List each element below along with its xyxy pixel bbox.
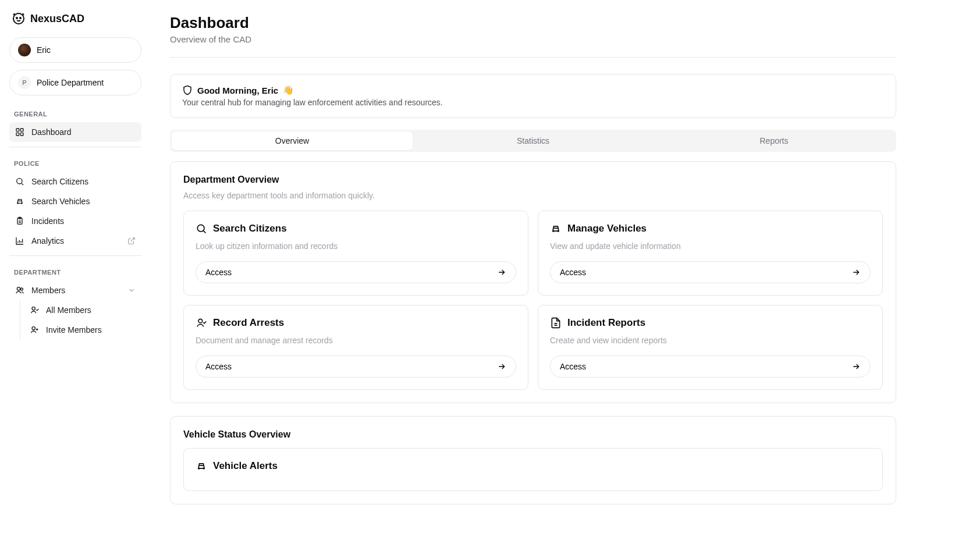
svg-point-14 <box>32 307 35 310</box>
user-check-icon <box>30 305 39 315</box>
department-pill[interactable]: P Police Department <box>9 70 141 95</box>
search-icon <box>15 177 24 186</box>
user-check-icon <box>196 317 207 329</box>
svg-rect-6 <box>20 133 23 136</box>
tabs: Overview Statistics Reports <box>170 130 896 152</box>
sidebar: NexusCAD Eric P Police Department GENERA… <box>0 0 151 537</box>
user-avatar <box>18 44 31 56</box>
search-icon <box>196 223 207 234</box>
nav-all-members[interactable]: All Members <box>22 300 141 320</box>
car-icon <box>196 460 207 472</box>
nav-dashboard[interactable]: Dashboard <box>9 122 141 142</box>
card-vehicle-alerts: Vehicle Alerts <box>183 448 883 491</box>
svg-rect-4 <box>20 129 23 131</box>
svg-point-0 <box>13 13 24 24</box>
shield-icon <box>182 85 193 95</box>
nav-invite-members-label: Invite Members <box>46 325 102 335</box>
access-manage-vehicles-button[interactable]: Access <box>550 261 871 283</box>
users-icon <box>15 286 24 295</box>
svg-rect-5 <box>16 133 19 136</box>
card-search-citizens: Search Citizens Look up citizen informat… <box>183 211 528 296</box>
card-incident-reports-desc: Create and view incident reports <box>550 336 871 345</box>
tab-overview[interactable]: Overview <box>172 131 413 150</box>
page-header: Dashboard Overview of the CAD <box>170 14 896 58</box>
department-avatar: P <box>18 76 31 89</box>
vehicle-status-panel: Vehicle Status Overview Vehicle Alerts <box>170 416 896 504</box>
card-incident-reports: Incident Reports Create and view inciden… <box>538 305 883 390</box>
access-incident-reports-button[interactable]: Access <box>550 355 871 378</box>
divider <box>9 147 141 147</box>
nav-incidents-label: Incidents <box>31 216 64 226</box>
svg-point-17 <box>553 230 554 232</box>
card-title-text: Record Arrests <box>213 317 284 329</box>
nav-invite-members[interactable]: Invite Members <box>22 320 141 340</box>
nav-search-citizens-label: Search Citizens <box>31 177 88 186</box>
file-icon <box>550 317 562 329</box>
wave-emoji: 👋 <box>283 85 294 95</box>
clipboard-icon <box>15 216 24 226</box>
svg-point-21 <box>203 468 204 469</box>
vehicle-status-title: Vehicle Status Overview <box>183 429 883 440</box>
greeting-title: Good Morning, Eric 👋 <box>182 85 884 95</box>
main-content: Dashboard Overview of the CAD Good Morni… <box>151 0 966 537</box>
card-record-arrests-title: Record Arrests <box>196 317 516 329</box>
card-grid: Search Citizens Look up citizen informat… <box>183 211 883 390</box>
external-link-icon <box>127 237 136 245</box>
card-manage-vehicles-desc: View and update vehicle information <box>550 241 871 251</box>
tab-reports[interactable]: Reports <box>654 131 894 150</box>
dept-overview-subtitle: Access key department tools and informat… <box>183 191 883 200</box>
tab-statistics[interactable]: Statistics <box>413 131 654 150</box>
access-search-citizens-button[interactable]: Access <box>196 261 516 283</box>
card-title-text: Manage Vehicles <box>567 223 647 234</box>
svg-rect-3 <box>16 129 19 131</box>
arrow-right-icon <box>497 268 506 277</box>
card-record-arrests: Record Arrests Document and manage arres… <box>183 305 528 390</box>
access-record-arrests-button[interactable]: Access <box>196 355 516 378</box>
button-label: Access <box>205 268 232 277</box>
card-title-text: Vehicle Alerts <box>213 460 278 472</box>
app-logo[interactable]: NexusCAD <box>9 12 141 37</box>
card-title-text: Search Citizens <box>213 223 287 234</box>
card-manage-vehicles-title: Manage Vehicles <box>550 223 871 234</box>
app-name: NexusCAD <box>30 13 84 25</box>
svg-point-18 <box>558 230 559 232</box>
page-subtitle: Overview of the CAD <box>170 34 896 44</box>
user-plus-icon <box>30 325 39 335</box>
nav-members-label: Members <box>31 286 65 295</box>
section-label-general: GENERAL <box>9 102 141 122</box>
svg-point-20 <box>198 468 200 469</box>
chart-icon <box>15 236 24 246</box>
svg-point-15 <box>32 327 35 330</box>
arrow-right-icon <box>851 362 861 371</box>
dashboard-icon <box>15 127 24 137</box>
svg-point-19 <box>198 319 203 323</box>
button-label: Access <box>205 362 232 371</box>
chevron-down-icon <box>127 286 136 294</box>
car-icon <box>550 223 562 234</box>
greeting-subtitle: Your central hub for managing law enforc… <box>182 98 884 107</box>
user-profile-pill[interactable]: Eric <box>9 37 141 63</box>
svg-point-2 <box>20 17 21 19</box>
department-name: Police Department <box>37 78 104 87</box>
svg-point-1 <box>16 17 17 19</box>
svg-point-12 <box>17 287 20 290</box>
nav-search-vehicles[interactable]: Search Vehicles <box>9 191 141 211</box>
arrow-right-icon <box>851 268 861 277</box>
nav-analytics[interactable]: Analytics <box>9 231 141 251</box>
car-icon <box>15 197 24 206</box>
nav-search-vehicles-label: Search Vehicles <box>31 197 90 206</box>
nav-dashboard-label: Dashboard <box>31 127 72 137</box>
card-search-citizens-title: Search Citizens <box>196 223 516 234</box>
nav-search-citizens[interactable]: Search Citizens <box>9 172 141 191</box>
section-label-police: POLICE <box>9 152 141 172</box>
button-label: Access <box>560 362 586 371</box>
nav-members[interactable]: Members <box>9 280 141 300</box>
dept-overview-title: Department Overview <box>183 175 883 185</box>
arrow-right-icon <box>497 362 506 371</box>
nav-incidents[interactable]: Incidents <box>9 211 141 231</box>
page-title: Dashboard <box>170 14 896 32</box>
svg-point-7 <box>17 179 22 184</box>
svg-point-9 <box>22 203 22 204</box>
user-name: Eric <box>37 45 51 55</box>
nav-analytics-label: Analytics <box>31 236 64 246</box>
